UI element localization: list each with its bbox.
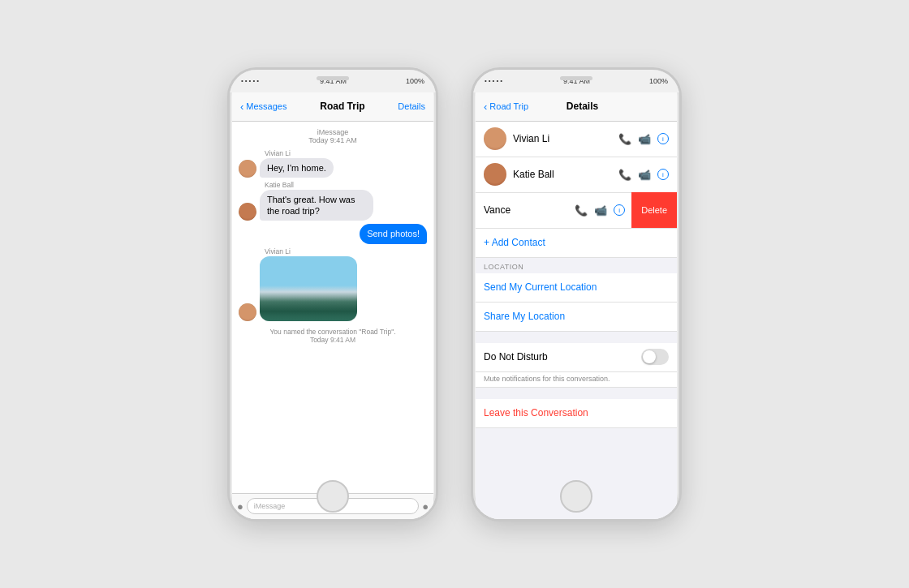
video-icon-vivian[interactable]: 📹 — [638, 133, 651, 145]
time-display-2: 9:41 AM — [563, 77, 590, 85]
bubble-3: Send photos! — [360, 224, 427, 243]
section-gap-2 — [476, 388, 677, 399]
message-row-1: Vivian Li Hey, I'm home. — [239, 149, 427, 178]
imessage-label: iMessage Today 9:41 AM — [239, 128, 427, 144]
leave-label: Leave this Conversation — [484, 407, 588, 418]
system-message: You named the conversation "Road Trip". … — [239, 328, 427, 344]
details-button[interactable]: Details — [398, 101, 425, 111]
location-section-header: LOCATION — [476, 258, 677, 273]
contact-name-katie: Katie Ball — [513, 169, 612, 180]
battery-display: 100% — [406, 77, 424, 85]
add-contact-row[interactable]: + Add Contact — [476, 229, 677, 258]
dnd-toggle[interactable] — [641, 349, 669, 365]
details-screen: ‹ Road Trip Details Vivian Li 📞 📹 i Kati… — [476, 92, 677, 519]
contact-icons-katie: 📞 📹 i — [618, 169, 669, 181]
back-arrow-icon: ‹ — [240, 101, 243, 113]
phone-icon-vivian[interactable]: 📞 — [618, 133, 631, 145]
message-row-3: Send photos! — [239, 224, 427, 243]
video-icon-vance[interactable]: 📹 — [594, 204, 607, 217]
avatar-vivian-detail — [484, 127, 506, 150]
back-arrow-icon-2: ‹ — [484, 101, 487, 113]
details-nav-bar: ‹ Road Trip Details — [476, 92, 677, 122]
add-contact-label: + Add Contact — [484, 237, 545, 248]
status-bar-2: ••••• 9:41 AM 100% — [473, 70, 679, 92]
contact-row-katie: Katie Ball 📞 📹 i — [476, 157, 677, 193]
bubble-1: Hey, I'm home. — [260, 158, 334, 178]
message-row-2: Katie Ball That's great. How was the roa… — [239, 181, 427, 221]
mic-icon[interactable]: ● — [422, 500, 429, 513]
back-button-details[interactable]: ‹ Road Trip — [484, 101, 528, 113]
avatar-vivian-1 — [239, 160, 256, 178]
time-display: 9:41 AM — [320, 77, 347, 85]
back-button-messages[interactable]: ‹ Messages — [240, 101, 286, 113]
bubble-container-3: Send photos! — [239, 224, 427, 243]
video-icon-katie[interactable]: 📹 — [638, 169, 651, 181]
photo-bubble — [260, 256, 357, 321]
bubble-container-2: That's great. How was the road trip? — [239, 190, 427, 221]
messages-nav-title: Road Trip — [320, 101, 364, 112]
info-icon-katie[interactable]: i — [657, 169, 669, 180]
share-location-label: Share My Location — [484, 311, 565, 322]
sender-label-1: Vivian Li — [265, 149, 427, 157]
section-gap-1 — [476, 332, 677, 343]
back-label-messages: Messages — [246, 101, 286, 111]
avatar-vivian-2 — [239, 303, 256, 321]
avatar-katie-detail — [484, 163, 506, 186]
message-row-photo: Vivian Li — [239, 247, 427, 321]
avatar-katie-1 — [239, 203, 256, 221]
delete-button[interactable]: Delete — [631, 192, 677, 228]
info-icon-vivian[interactable]: i — [657, 133, 669, 144]
info-icon-vance[interactable]: i — [614, 204, 625, 216]
phone-icon-vance[interactable]: 📞 — [575, 204, 588, 217]
battery-display-2: 100% — [649, 77, 668, 85]
share-location-row[interactable]: Share My Location — [476, 303, 677, 332]
camera-icon[interactable]: ● — [237, 500, 243, 513]
signal-dots-2: ••••• — [485, 77, 504, 84]
details-list: Vivian Li 📞 📹 i Katie Ball 📞 📹 i — [476, 122, 677, 519]
dnd-label: Do Not Disturb — [484, 351, 548, 363]
phone-messages: ••••• 9:41 AM 100% ‹ Messages Road Trip … — [227, 67, 438, 521]
leave-conversation-row[interactable]: Leave this Conversation — [476, 399, 677, 428]
phone-icon-katie[interactable]: 📞 — [618, 169, 631, 181]
contact-name-vance: Vance — [484, 204, 568, 216]
phone-details: ••••• 9:41 AM 100% ‹ Road Trip Details V… — [471, 67, 682, 521]
bubble-container-photo — [239, 256, 427, 321]
dnd-row: Do Not Disturb — [476, 343, 677, 372]
bubble-container-1: Hey, I'm home. — [239, 158, 427, 178]
contact-icons-vivian: 📞 📹 i — [618, 133, 669, 145]
signal-dots: ••••• — [241, 77, 261, 84]
sender-label-2: Katie Ball — [265, 181, 427, 189]
contact-row-vance: Vance 📞 📹 i Delete — [476, 193, 677, 229]
contact-icons-vance: 📞 📹 i — [575, 204, 625, 217]
sender-label-photo: Vivian Li — [265, 247, 427, 255]
status-bar-1: ••••• 9:41 AM 100% — [230, 70, 436, 92]
bubble-2: That's great. How was the road trip? — [260, 190, 373, 221]
dnd-subtitle: Mute notifications for this conversation… — [476, 372, 677, 388]
message-input-bar: ● iMessage ● — [232, 493, 433, 519]
message-input[interactable]: iMessage — [247, 498, 419, 514]
contact-name-vivian: Vivian Li — [513, 133, 612, 144]
send-location-label: Send My Current Location — [484, 281, 597, 293]
back-label-details: Road Trip — [489, 101, 528, 111]
details-nav-title: Details — [567, 101, 598, 112]
contact-row-vivian: Vivian Li 📞 📹 i — [476, 122, 677, 157]
input-placeholder: iMessage — [254, 502, 286, 510]
send-location-row[interactable]: Send My Current Location — [476, 273, 677, 303]
messages-screen: ‹ Messages Road Trip Details iMessage To… — [232, 92, 433, 519]
messages-area: iMessage Today 9:41 AM Vivian Li Hey, I'… — [232, 122, 433, 493]
messages-nav-bar: ‹ Messages Road Trip Details — [232, 92, 433, 122]
